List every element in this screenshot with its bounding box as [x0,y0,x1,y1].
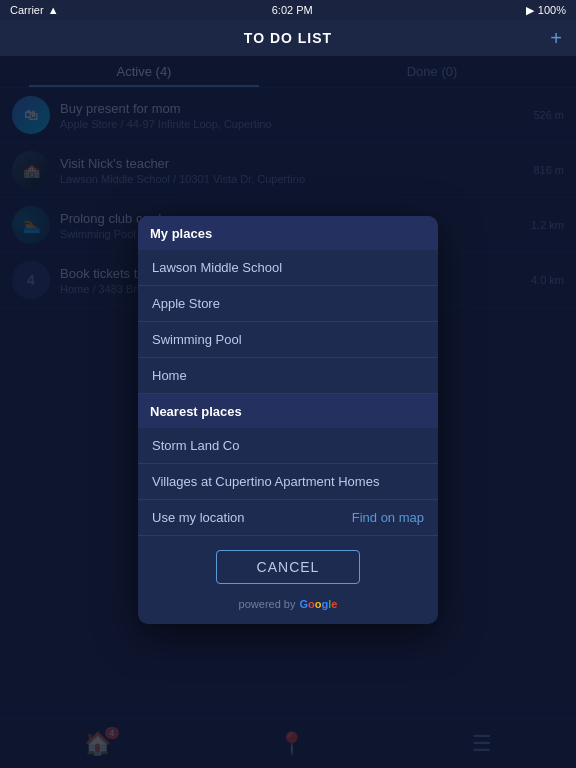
status-bar: Carrier ▲ 6:02 PM ▶ 100% [0,0,576,20]
powered-by-text: powered by [239,598,296,610]
place-item-home[interactable]: Home [138,358,438,394]
cancel-row: CANCEL [138,536,438,598]
location-picker-modal: My places Lawson Middle School Apple Sto… [0,56,576,768]
status-bar-time: 6:02 PM [272,4,313,16]
place-item-storm[interactable]: Storm Land Co [138,428,438,464]
status-bar-left: Carrier ▲ [10,4,59,16]
cancel-button[interactable]: CANCEL [216,550,361,584]
place-item-lawson[interactable]: Lawson Middle School [138,250,438,286]
wifi-icon: ▲ [48,4,59,16]
powered-by-footer: powered by Google [138,598,438,624]
status-bar-right: ▶ 100% [526,4,566,17]
place-item-villages[interactable]: Villages at Cupertino Apartment Homes [138,464,438,500]
my-places-header: My places [138,216,438,250]
place-item-apple[interactable]: Apple Store [138,286,438,322]
use-my-location-button[interactable]: Use my location [152,510,244,525]
carrier-label: Carrier [10,4,44,16]
app-title: TO DO LIST [244,30,332,46]
battery-label: 100% [538,4,566,16]
app-header: TO DO LIST + [0,20,576,56]
place-item-pool[interactable]: Swimming Pool [138,322,438,358]
modal-box: My places Lawson Middle School Apple Sto… [138,216,438,624]
battery-icon: ▶ [526,4,534,17]
location-actions-row: Use my location Find on map [138,500,438,536]
nearest-places-header: Nearest places [138,394,438,428]
google-logo: Google [299,598,337,610]
my-places-title: My places [150,226,212,241]
nearest-places-title: Nearest places [150,404,242,419]
find-on-map-button[interactable]: Find on map [352,510,424,525]
add-button[interactable]: + [550,27,562,50]
